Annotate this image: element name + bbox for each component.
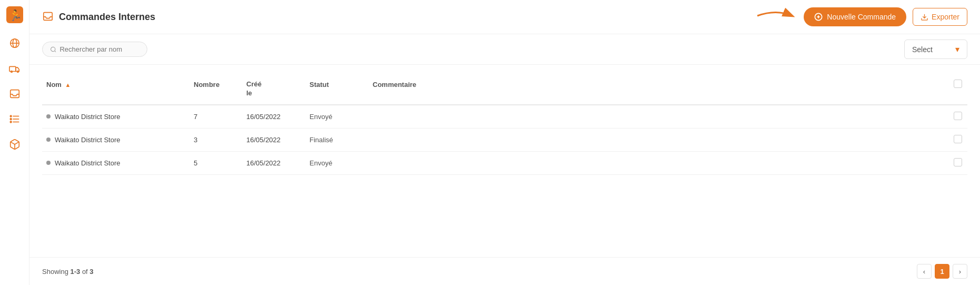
select-all-checkbox[interactable]: [954, 80, 962, 88]
cell-commentaire-1: [368, 128, 948, 151]
select-dropdown[interactable]: Select ▾: [904, 40, 967, 59]
nouvelle-commande-button[interactable]: Nouvelle Commande: [804, 7, 906, 26]
row-checkbox-0[interactable]: [954, 112, 962, 120]
pagination: ‹ 1 ›: [917, 264, 967, 279]
cell-checkbox-2[interactable]: [948, 151, 967, 174]
cell-nom-2[interactable]: Waikato District Store: [42, 151, 189, 174]
cell-checkbox-0[interactable]: [948, 105, 967, 129]
main-content: Commandes Internes: [29, 0, 980, 285]
table-header-row: Nom ▲ Nombre Crééle Statut: [42, 65, 967, 105]
col-header-nom[interactable]: Nom ▲: [42, 65, 189, 105]
page-header: Commandes Internes: [29, 0, 980, 34]
cell-nombre-2: 5: [189, 151, 242, 174]
svg-rect-16: [44, 12, 53, 20]
svg-line-22: [55, 51, 56, 52]
header-actions: Nouvelle Commande Exporter: [755, 7, 967, 26]
showing-text: Showing 1-3 of 3: [42, 268, 94, 276]
page-title-icon: [42, 11, 54, 24]
cell-commentaire-0: [368, 105, 948, 129]
page-1-button[interactable]: 1: [935, 264, 949, 279]
cell-nom-0[interactable]: Waikato District Store: [42, 105, 189, 129]
orders-table: Nom ▲ Nombre Crééle Statut: [42, 65, 967, 175]
cell-statut-1: Finalisé: [305, 128, 368, 151]
cell-cree-2: 16/05/2022: [242, 151, 305, 174]
truck-icon[interactable]: [7, 61, 22, 76]
cell-cree-0: 16/05/2022: [242, 105, 305, 129]
cell-statut-2: Envoyé: [305, 151, 368, 174]
svg-point-21: [51, 47, 55, 51]
arrow-hint: [755, 8, 797, 26]
search-input[interactable]: [59, 45, 139, 53]
chevron-down-icon: ▾: [955, 44, 959, 54]
logo: 🏃: [6, 6, 23, 23]
row-checkbox-1[interactable]: [954, 135, 962, 143]
col-header-statut: Statut: [305, 65, 368, 105]
status-dot-0: [46, 114, 51, 119]
svg-point-13: [10, 119, 12, 120]
svg-point-14: [10, 121, 12, 123]
table-area: Nom ▲ Nombre Crééle Statut: [29, 65, 980, 257]
sort-asc-icon: ▲: [65, 82, 71, 88]
box-icon[interactable]: [7, 137, 22, 152]
toolbar: Select ▾: [29, 34, 980, 65]
table-row: Waikato District Store 5 16/05/2022 Envo…: [42, 151, 967, 174]
inbox-icon[interactable]: [7, 86, 22, 101]
svg-point-12: [10, 115, 12, 117]
status-dot-2: [46, 161, 51, 165]
prev-page-button[interactable]: ‹: [917, 264, 932, 279]
col-header-cree: Crééle: [242, 65, 305, 105]
col-header-commentaire: Commentaire: [368, 65, 948, 105]
cell-nombre-0: 7: [189, 105, 242, 129]
table-row: Waikato District Store 7 16/05/2022 Envo…: [42, 105, 967, 129]
next-page-button[interactable]: ›: [953, 264, 967, 279]
cell-checkbox-1[interactable]: [948, 128, 967, 151]
status-dot-1: [46, 137, 51, 142]
globe-icon[interactable]: [7, 36, 22, 51]
cell-statut-0: Envoyé: [305, 105, 368, 129]
svg-rect-5: [9, 66, 15, 71]
cell-nom-1[interactable]: Waikato District Store: [42, 128, 189, 151]
svg-rect-8: [10, 90, 19, 98]
select-label: Select: [912, 45, 933, 54]
table-footer: Showing 1-3 of 3 ‹ 1 ›: [29, 257, 980, 285]
search-box[interactable]: [42, 42, 147, 57]
cell-commentaire-2: [368, 151, 948, 174]
sidebar: 🏃: [0, 0, 29, 285]
table-body: Waikato District Store 7 16/05/2022 Envo…: [42, 105, 967, 175]
page-title-area: Commandes Internes: [42, 11, 749, 24]
cell-nombre-1: 3: [189, 128, 242, 151]
svg-text:🏃: 🏃: [9, 9, 22, 22]
row-checkbox-2[interactable]: [954, 158, 962, 166]
cell-cree-1: 16/05/2022: [242, 128, 305, 151]
page-title: Commandes Internes: [59, 12, 155, 23]
col-header-nombre: Nombre: [189, 65, 242, 105]
exporter-button[interactable]: Exporter: [913, 8, 967, 26]
col-header-checkbox[interactable]: [948, 65, 967, 105]
search-icon: [50, 46, 56, 53]
list-icon[interactable]: [7, 112, 22, 126]
table-row: Waikato District Store 3 16/05/2022 Fina…: [42, 128, 967, 151]
